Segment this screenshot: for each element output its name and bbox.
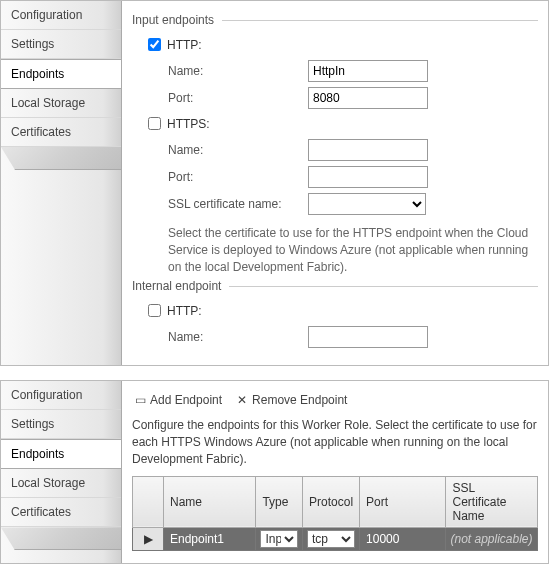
- https-name-label: Name:: [168, 143, 308, 157]
- grid-header-marker: [133, 476, 164, 527]
- remove-endpoint-button[interactable]: ✕ Remove Endpoint: [236, 393, 347, 407]
- sidebar-item-certificates[interactable]: Certificates: [1, 118, 121, 147]
- sidebar-item-local-storage[interactable]: Local Storage: [1, 89, 121, 118]
- divider: [222, 20, 538, 21]
- group-title: Input endpoints: [132, 13, 214, 27]
- http-name-input[interactable]: [308, 60, 428, 82]
- sidebar-item-local-storage[interactable]: Local Storage: [1, 469, 121, 498]
- sidebar: Configuration Settings Endpoints Local S…: [1, 1, 122, 365]
- http-port-label: Port:: [168, 91, 308, 105]
- grid-header-row: Name Type Protocol Port SSL Certificate …: [133, 476, 538, 527]
- group-internal-endpoint: Internal endpoint: [132, 279, 538, 293]
- grid-header-name[interactable]: Name: [164, 476, 256, 527]
- https-name-input[interactable]: [308, 139, 428, 161]
- http-checkbox-row: HTTP:: [144, 35, 538, 54]
- ssl-cert-label: SSL certificate name:: [168, 197, 308, 211]
- cell-ssl: (not applicable): [446, 527, 538, 550]
- add-endpoint-label: Add Endpoint: [150, 393, 222, 407]
- internal-http-checkbox[interactable]: [148, 304, 161, 317]
- sidebar-item-endpoints[interactable]: Endpoints: [1, 59, 121, 89]
- sidebar-item-settings[interactable]: Settings: [1, 410, 121, 439]
- http-port-input[interactable]: [308, 87, 428, 109]
- internal-http-label: HTTP:: [167, 304, 202, 318]
- sidebar-tail: [1, 527, 121, 550]
- grid-header-port[interactable]: Port: [360, 476, 446, 527]
- internal-http-checkbox-row: HTTP:: [144, 301, 538, 320]
- cell-type[interactable]: Input: [256, 527, 303, 550]
- add-icon: ▭: [134, 393, 146, 407]
- http-name-label: Name:: [168, 64, 308, 78]
- sidebar-item-configuration[interactable]: Configuration: [1, 1, 121, 30]
- endpoints-panel-grid: Configuration Settings Endpoints Local S…: [0, 380, 549, 563]
- remove-endpoint-label: Remove Endpoint: [252, 393, 347, 407]
- content-area: Input endpoints HTTP: Name: Port: HTTPS:…: [122, 1, 548, 365]
- cell-port[interactable]: [360, 527, 446, 550]
- cell-name[interactable]: [164, 527, 256, 550]
- https-port-input[interactable]: [308, 166, 428, 188]
- http-label: HTTP:: [167, 38, 202, 52]
- sidebar-item-certificates[interactable]: Certificates: [1, 498, 121, 527]
- https-port-label: Port:: [168, 170, 308, 184]
- remove-icon: ✕: [236, 393, 248, 407]
- content-area: ▭ Add Endpoint ✕ Remove Endpoint Configu…: [122, 381, 548, 562]
- sidebar-item-configuration[interactable]: Configuration: [1, 381, 121, 410]
- add-endpoint-button[interactable]: ▭ Add Endpoint: [134, 393, 222, 407]
- endpoints-grid: Name Type Protocol Port SSL Certificate …: [132, 476, 538, 551]
- sidebar-item-settings[interactable]: Settings: [1, 30, 121, 59]
- endpoint-type-select[interactable]: Input: [260, 530, 298, 548]
- sidebar-tail: [1, 147, 121, 170]
- row-marker-icon: ▶: [133, 527, 164, 550]
- cell-protocol[interactable]: tcp: [303, 527, 360, 550]
- toolbar: ▭ Add Endpoint ✕ Remove Endpoint: [132, 389, 538, 415]
- internal-http-name-input[interactable]: [308, 326, 428, 348]
- endpoints-description: Configure the endpoints for this Worker …: [132, 417, 538, 467]
- grid-header-protocol[interactable]: Protocol: [303, 476, 360, 527]
- endpoint-port-input[interactable]: [364, 530, 441, 548]
- divider: [229, 286, 538, 287]
- table-row[interactable]: ▶ Input tcp: [133, 527, 538, 550]
- endpoints-panel-classic: Configuration Settings Endpoints Local S…: [0, 0, 549, 366]
- ssl-na-text: (not applicable): [450, 532, 532, 546]
- endpoint-protocol-select[interactable]: tcp: [307, 530, 355, 548]
- https-checkbox[interactable]: [148, 117, 161, 130]
- endpoint-name-input[interactable]: [168, 530, 251, 548]
- sidebar-item-endpoints[interactable]: Endpoints: [1, 439, 121, 469]
- https-help-text: Select the certificate to use for the HT…: [168, 225, 538, 275]
- https-label: HTTPS:: [167, 117, 210, 131]
- group-title: Internal endpoint: [132, 279, 221, 293]
- grid-header-type[interactable]: Type: [256, 476, 303, 527]
- http-checkbox[interactable]: [148, 38, 161, 51]
- sidebar: Configuration Settings Endpoints Local S…: [1, 381, 122, 562]
- group-input-endpoints: Input endpoints: [132, 13, 538, 27]
- https-checkbox-row: HTTPS:: [144, 114, 538, 133]
- internal-http-name-label: Name:: [168, 330, 308, 344]
- grid-header-ssl[interactable]: SSL Certificate Name: [446, 476, 538, 527]
- ssl-cert-select[interactable]: [308, 193, 426, 215]
